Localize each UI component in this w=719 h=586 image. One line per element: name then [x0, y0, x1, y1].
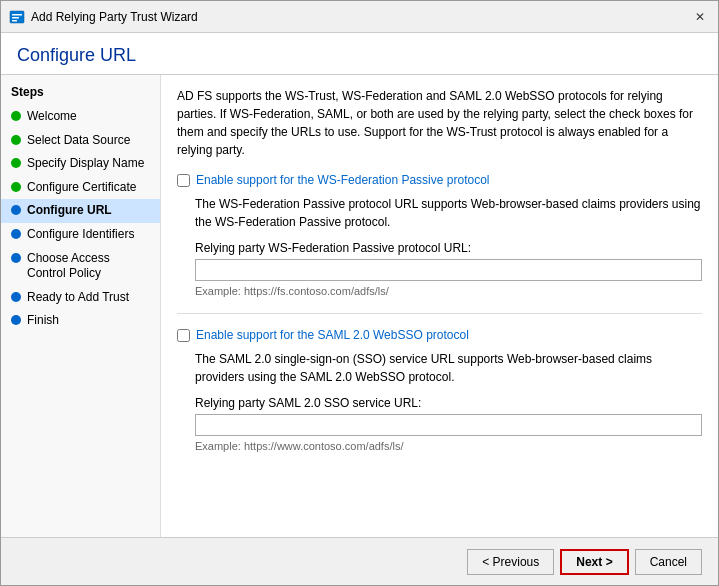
step-dot-configure-url: [11, 205, 21, 215]
step-label-configure-url: Configure URL: [27, 203, 112, 219]
step-label-choose-access-control-policy: Choose Access Control Policy: [27, 251, 150, 282]
saml-checkbox-label[interactable]: Enable support for the SAML 2.0 WebSSO p…: [196, 328, 469, 342]
dialog-header: Configure URL: [1, 33, 718, 75]
cancel-button[interactable]: Cancel: [635, 549, 702, 575]
sidebar-item-configure-url[interactable]: Configure URL: [1, 199, 160, 223]
ws-federation-description: The WS-Federation Passive protocol URL s…: [195, 195, 702, 231]
step-dot-configure-certificate: [11, 182, 21, 192]
sidebar-item-configure-certificate[interactable]: Configure Certificate: [1, 176, 160, 200]
step-label-configure-identifiers: Configure Identifiers: [27, 227, 134, 243]
page-title: Configure URL: [17, 45, 702, 66]
section-divider: [177, 313, 702, 314]
ws-federation-checkbox-row: Enable support for the WS-Federation Pas…: [177, 173, 702, 187]
svg-rect-2: [12, 17, 19, 19]
next-button[interactable]: Next >: [560, 549, 628, 575]
ws-federation-url-input[interactable]: [195, 259, 702, 281]
steps-panel: Steps Welcome Select Data Source Specify…: [1, 75, 161, 537]
ws-federation-checkbox[interactable]: [177, 174, 190, 187]
wizard-icon: [9, 9, 25, 25]
sidebar-item-welcome[interactable]: Welcome: [1, 105, 160, 129]
ws-federation-example: Example: https://fs.contoso.com/adfs/ls/: [195, 285, 702, 297]
svg-rect-3: [12, 20, 17, 22]
dialog-body: Steps Welcome Select Data Source Specify…: [1, 75, 718, 537]
close-button[interactable]: ✕: [690, 7, 710, 27]
step-dot-welcome: [11, 111, 21, 121]
svg-rect-1: [12, 14, 22, 16]
title-bar: Add Relying Party Trust Wizard ✕: [1, 1, 718, 33]
saml-url-input[interactable]: [195, 414, 702, 436]
title-bar-title: Add Relying Party Trust Wizard: [31, 10, 198, 24]
saml-description: The SAML 2.0 single-sign-on (SSO) servic…: [195, 350, 702, 386]
dialog-footer: < Previous Next > Cancel: [1, 537, 718, 585]
saml-url-label: Relying party SAML 2.0 SSO service URL:: [195, 396, 702, 410]
step-dot-finish: [11, 315, 21, 325]
saml-checkbox[interactable]: [177, 329, 190, 342]
sidebar-item-specify-display-name[interactable]: Specify Display Name: [1, 152, 160, 176]
step-dot-specify-display-name: [11, 158, 21, 168]
step-label-welcome: Welcome: [27, 109, 77, 125]
step-dot-ready-to-add-trust: [11, 292, 21, 302]
ws-federation-url-label: Relying party WS-Federation Passive prot…: [195, 241, 702, 255]
dialog-window: Add Relying Party Trust Wizard ✕ Configu…: [0, 0, 719, 586]
step-dot-choose-access-control-policy: [11, 253, 21, 263]
title-bar-left: Add Relying Party Trust Wizard: [9, 9, 198, 25]
step-label-finish: Finish: [27, 313, 59, 329]
ws-federation-checkbox-label[interactable]: Enable support for the WS-Federation Pas…: [196, 173, 489, 187]
sidebar-item-finish[interactable]: Finish: [1, 309, 160, 333]
sidebar-item-configure-identifiers[interactable]: Configure Identifiers: [1, 223, 160, 247]
saml-example: Example: https://www.contoso.com/adfs/ls…: [195, 440, 702, 452]
previous-button[interactable]: < Previous: [467, 549, 554, 575]
sidebar-item-choose-access-control-policy[interactable]: Choose Access Control Policy: [1, 247, 160, 286]
step-label-ready-to-add-trust: Ready to Add Trust: [27, 290, 129, 306]
steps-heading: Steps: [1, 85, 160, 105]
saml-checkbox-row: Enable support for the SAML 2.0 WebSSO p…: [177, 328, 702, 342]
ws-federation-section: Enable support for the WS-Federation Pas…: [177, 173, 702, 297]
step-dot-configure-identifiers: [11, 229, 21, 239]
saml-section: Enable support for the SAML 2.0 WebSSO p…: [177, 328, 702, 452]
step-label-configure-certificate: Configure Certificate: [27, 180, 136, 196]
step-label-specify-display-name: Specify Display Name: [27, 156, 144, 172]
content-panel: AD FS supports the WS-Trust, WS-Federati…: [161, 75, 718, 537]
step-dot-select-data-source: [11, 135, 21, 145]
intro-text: AD FS supports the WS-Trust, WS-Federati…: [177, 87, 702, 159]
sidebar-item-select-data-source[interactable]: Select Data Source: [1, 129, 160, 153]
sidebar-item-ready-to-add-trust[interactable]: Ready to Add Trust: [1, 286, 160, 310]
step-label-select-data-source: Select Data Source: [27, 133, 130, 149]
